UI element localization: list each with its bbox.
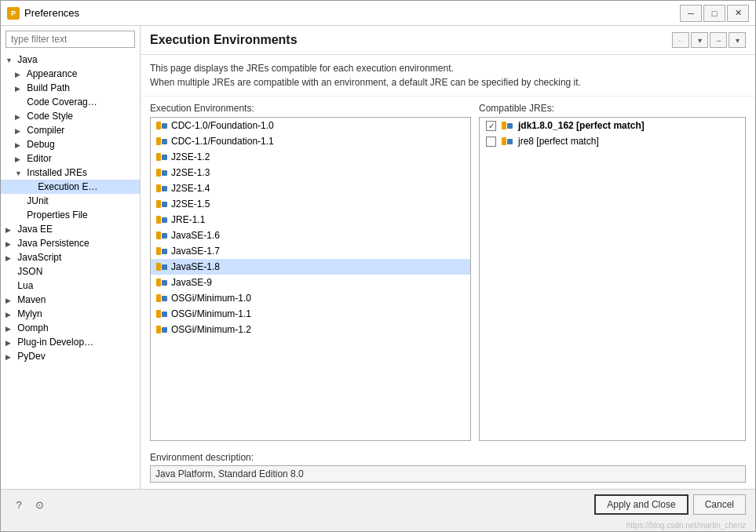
svg-rect-33 bbox=[507, 139, 513, 144]
list-item-label: J2SE-1.2 bbox=[171, 151, 210, 162]
arrow-json bbox=[5, 268, 15, 276]
list-item-label: JavaSE-1.7 bbox=[171, 246, 220, 257]
svg-rect-23 bbox=[162, 280, 167, 286]
svg-rect-3 bbox=[162, 123, 167, 129]
sidebar-item-appearance[interactable]: ▶ Appearance bbox=[1, 67, 140, 81]
jre-list-item[interactable]: ✓ jdk1.8.0_162 [perfect match] bbox=[480, 118, 745, 133]
list-item-label: JavaSE-1.8 bbox=[171, 261, 220, 272]
list-item[interactable]: J2SE-1.4 bbox=[151, 180, 470, 196]
navigation-arrows: ← ▾ → ▾ bbox=[672, 32, 746, 48]
list-item[interactable]: CDC-1.0/Foundation-1.0 bbox=[151, 118, 470, 133]
footer: ? ⊙ Apply and Close Cancel bbox=[1, 489, 755, 519]
list-item[interactable]: JavaSE-1.8 bbox=[151, 259, 470, 275]
svg-rect-13 bbox=[162, 202, 167, 207]
list-item[interactable]: JavaSE-9 bbox=[151, 275, 470, 290]
list-item-label: OSGi/Minimum-1.1 bbox=[171, 308, 251, 319]
nav-forward-dropdown-button[interactable]: ▾ bbox=[729, 32, 746, 48]
sidebar-item-java[interactable]: ▼ Java bbox=[1, 53, 140, 67]
sidebar-item-lua[interactable]: Lua bbox=[1, 279, 140, 293]
nav-forward-button[interactable]: → bbox=[710, 32, 727, 48]
sidebar-item-java-persistence[interactable]: ▶ Java Persistence bbox=[1, 236, 140, 250]
list-item[interactable]: OSGi/Minimum-1.0 bbox=[151, 290, 470, 306]
sidebar-item-label-debug: Debug bbox=[27, 139, 54, 150]
sidebar-item-pydev[interactable]: ▶ PyDev bbox=[1, 349, 140, 363]
maximize-button[interactable]: □ bbox=[703, 5, 725, 22]
list-item[interactable]: OSGi/Minimum-1.1 bbox=[151, 306, 470, 322]
list-item-label: OSGi/Minimum-1.2 bbox=[171, 324, 251, 335]
apply-close-button[interactable]: Apply and Close bbox=[594, 494, 688, 515]
sidebar-item-maven[interactable]: ▶ Maven bbox=[1, 293, 140, 307]
nav-back-button[interactable]: ← bbox=[672, 32, 689, 48]
title-bar-left: P Preferences bbox=[7, 7, 79, 20]
list-item-label: CDC-1.0/Foundation-1.0 bbox=[171, 120, 274, 131]
help-button[interactable]: ? bbox=[10, 496, 27, 513]
jre-list-item[interactable]: jre8 [perfect match] bbox=[480, 133, 745, 149]
sidebar-item-build-path[interactable]: ▶ Build Path bbox=[1, 81, 140, 95]
jre-panel-label: Compatible JREs: bbox=[479, 103, 746, 114]
compatible-jres-panel: Compatible JREs: ✓ jdk1.8.0_162 [perfect… bbox=[479, 103, 746, 441]
expand-arrow-java-ee: ▶ bbox=[5, 226, 15, 234]
sidebar-item-code-style[interactable]: ▶ Code Style bbox=[1, 109, 140, 123]
sidebar-item-junit[interactable]: JUnit bbox=[1, 194, 140, 208]
sidebar-item-label-json: JSON bbox=[17, 266, 42, 277]
svg-rect-6 bbox=[156, 153, 161, 161]
sidebar-item-label-execution-env: Execution E… bbox=[38, 181, 97, 192]
help-icon: ? bbox=[16, 499, 21, 511]
list-item[interactable]: J2SE-1.5 bbox=[151, 196, 470, 212]
sidebar-item-code-coverage[interactable]: Code Coverag… bbox=[1, 95, 140, 109]
info-button[interactable]: ⊙ bbox=[31, 496, 48, 513]
svg-rect-29 bbox=[162, 327, 167, 333]
tree: ▼ Java ▶ Appearance ▶ Build Path Code Co… bbox=[1, 53, 140, 363]
list-item[interactable]: JavaSE-1.7 bbox=[151, 243, 470, 259]
sidebar-item-debug[interactable]: ▶ Debug bbox=[1, 137, 140, 151]
jre-checkbox[interactable]: ✓ bbox=[486, 121, 496, 131]
description-area: This page displays the JREs compatible f… bbox=[141, 55, 755, 97]
expand-arrow-appearance: ▶ bbox=[15, 71, 24, 78]
close-button[interactable]: ✕ bbox=[727, 5, 749, 22]
sidebar-item-json[interactable]: JSON bbox=[1, 264, 140, 279]
sidebar-item-installed-jres[interactable]: ▼ Installed JREs bbox=[1, 166, 140, 180]
list-item[interactable]: J2SE-1.2 bbox=[151, 149, 470, 165]
sidebar-item-properties-file[interactable]: Properties File bbox=[1, 208, 140, 222]
sidebar-tree: ▼ Java ▶ Appearance ▶ Build Path Code Co… bbox=[1, 53, 140, 489]
svg-rect-15 bbox=[162, 217, 167, 223]
sidebar-item-javascript[interactable]: ▶ JavaScript bbox=[1, 250, 140, 264]
jre-icon bbox=[501, 137, 513, 146]
execution-environments-panel: Execution Environments: CDC-1.0/Foundati… bbox=[150, 103, 471, 441]
sidebar-item-oomph[interactable]: ▶ Oomph bbox=[1, 321, 140, 335]
svg-rect-19 bbox=[162, 249, 167, 254]
env-list[interactable]: CDC-1.0/Foundation-1.0 CDC-1.1/Foundatio… bbox=[150, 117, 471, 441]
description-line2: When multiple JREs are compatible with a… bbox=[150, 75, 746, 89]
filter-input[interactable] bbox=[5, 31, 135, 48]
sidebar-item-execution-env[interactable]: Execution E… bbox=[1, 180, 140, 194]
sidebar-item-editor[interactable]: ▶ Editor bbox=[1, 151, 140, 166]
cancel-button[interactable]: Cancel bbox=[693, 494, 746, 515]
list-item[interactable]: CDC-1.1/Foundation-1.1 bbox=[151, 133, 470, 149]
jre-checkbox[interactable] bbox=[486, 137, 496, 147]
list-item[interactable]: J2SE-1.3 bbox=[151, 165, 470, 180]
sidebar-item-label-appearance: Appearance bbox=[27, 68, 78, 79]
watermark: https://blog.csdn.net/martin_chenz bbox=[1, 519, 755, 531]
list-item[interactable]: OSGi/Minimum-1.2 bbox=[151, 322, 470, 337]
list-item-label: JRE-1.1 bbox=[171, 214, 205, 225]
svg-rect-32 bbox=[502, 137, 506, 145]
sidebar-item-compiler[interactable]: ▶ Compiler bbox=[1, 123, 140, 137]
sidebar-item-plug-in-develop[interactable]: ▶ Plug-in Develop… bbox=[1, 335, 140, 349]
list-item-label: J2SE-1.3 bbox=[171, 167, 210, 178]
arrow-lua bbox=[5, 282, 15, 290]
env-desc-input[interactable] bbox=[150, 465, 746, 483]
svg-rect-22 bbox=[156, 279, 161, 286]
info-icon: ⊙ bbox=[35, 499, 44, 511]
svg-rect-16 bbox=[156, 231, 161, 239]
list-item[interactable]: JRE-1.1 bbox=[151, 212, 470, 228]
arrow-execution-env bbox=[26, 184, 35, 191]
jre-env-icon bbox=[155, 325, 168, 334]
nav-back-dropdown-button[interactable]: ▾ bbox=[691, 32, 708, 48]
minimize-button[interactable]: ─ bbox=[680, 5, 702, 22]
sidebar-item-java-ee[interactable]: ▶ Java EE bbox=[1, 222, 140, 236]
sidebar-item-mylyn[interactable]: ▶ Mylyn bbox=[1, 307, 140, 321]
jre-list[interactable]: ✓ jdk1.8.0_162 [perfect match] jre8 [per… bbox=[479, 117, 746, 441]
svg-rect-10 bbox=[156, 184, 161, 192]
jre-env-icon bbox=[155, 199, 168, 209]
list-item[interactable]: JavaSE-1.6 bbox=[151, 228, 470, 243]
